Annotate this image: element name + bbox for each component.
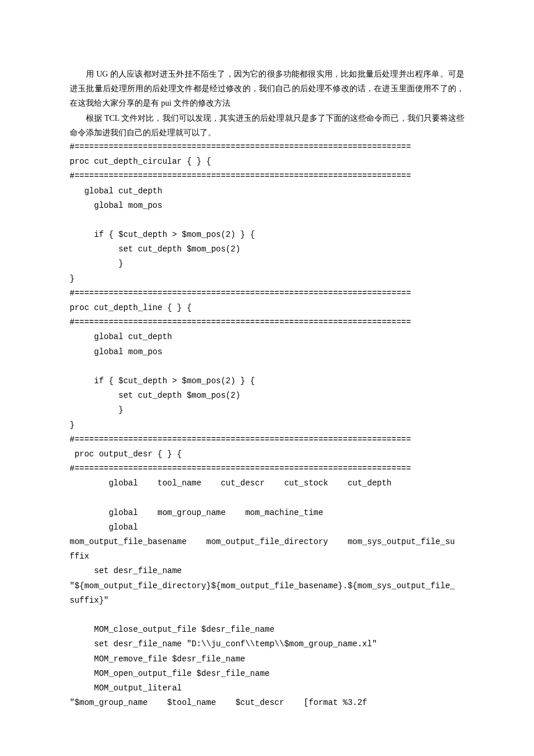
code-line: } [70,403,464,417]
code-line: } [70,418,464,433]
code-line: global cut_depth [70,330,464,344]
code-line: mom_output_file_basename mom_output_file… [70,535,464,549]
code-line: #=======================================… [70,462,464,476]
code-line: MOM_close_output_file $desr_file_name [70,622,464,637]
code-line: #=======================================… [70,169,464,183]
code-line: set cut_depth $mom_pos(2) [70,242,464,257]
code-line: #=======================================… [70,140,464,154]
code-line: proc cut_depth_line { } { [70,301,464,315]
code-line: "${mom_output_file_directory}${mom_outpu… [70,579,464,593]
code-line [70,491,464,505]
code-line: ffix [70,549,464,564]
code-line: #=======================================… [70,433,464,447]
code-line: #=======================================… [70,286,464,301]
paragraph-2: 根据 TCL 文件对比，我们可以发现，其实进玉的后处理就只是多了下面的这些命令而… [70,111,464,140]
code-line: proc cut_depth_circular { } { [70,154,464,169]
code-line: global mom_pos [70,199,464,213]
code-block: #=======================================… [70,140,464,710]
code-line: if { $cut_depth > $mom_pos(2) } { [70,228,464,242]
code-line [70,608,464,622]
code-line: MOM_output_literal [70,681,464,696]
code-line: } [70,272,464,286]
code-line: set cut_depth $mom_pos(2) [70,388,464,403]
code-line: global tool_name cut_descr cut_stock cut… [70,476,464,491]
code-line: global cut_depth [70,184,464,199]
code-line [70,213,464,228]
code-line: MOM_remove_file $desr_file_name [70,652,464,667]
paragraph-1: 用 UG 的人应该都对进玉外挂不陌生了，因为它的很多功能都很实用，比如批量后处理… [70,67,464,111]
code-line: #=======================================… [70,315,464,330]
code-line: global [70,520,464,535]
document-page: 用 UG 的人应该都对进玉外挂不陌生了，因为它的很多功能都很实用，比如批量后处理… [0,0,534,756]
code-line: global mom_group_name mom_machine_time [70,506,464,520]
code-line: if { $cut_depth > $mom_pos(2) } { [70,374,464,388]
code-line: proc output_desr { } { [70,447,464,462]
code-line: suffix}" [70,593,464,608]
code-line: global mom_pos [70,345,464,359]
code-line: MOM_open_output_file $desr_file_name [70,667,464,681]
code-line: } [70,257,464,271]
code-line: set desr_file_name [70,564,464,578]
code-line: "$mom_group_name $tool_name $cut_descr [… [70,696,464,710]
code-line: set desr_file_name "D:\\ju_conf\\temp\\$… [70,637,464,651]
code-line [70,359,464,374]
